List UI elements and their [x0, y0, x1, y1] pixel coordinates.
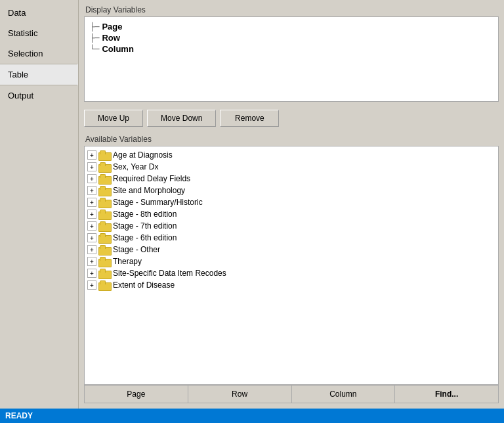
list-item-label: Required Delay Fields [113, 174, 190, 183]
expand-icon[interactable]: + [87, 257, 96, 266]
list-item[interactable]: +Stage - 8th edition [85, 208, 498, 220]
display-variables-label: Display Variables [84, 5, 499, 14]
remove-button[interactable]: Remove [220, 110, 279, 127]
display-variables-section: Display Variables ├─ Page ├─ Row └─ Colu… [84, 5, 499, 102]
list-item-label: Stage - 6th edition [113, 233, 177, 242]
find-button[interactable]: Find... [395, 386, 498, 403]
list-item[interactable]: +Stage - 6th edition [85, 232, 498, 244]
move-down-button[interactable]: Move Down [147, 110, 216, 127]
sidebar-item-output[interactable]: Output [0, 85, 78, 106]
expand-icon[interactable]: + [87, 150, 96, 160]
folder-icon [98, 198, 110, 207]
list-item-label: Stage - Summary/Historic [113, 198, 203, 207]
folder-icon [98, 174, 110, 183]
folder-icon [98, 150, 110, 160]
move-buttons-row: Move Up Move Down Remove [84, 107, 499, 129]
list-item-label: Extent of Disease [113, 280, 175, 290]
sidebar-item-table[interactable]: Table [0, 64, 78, 85]
expand-icon[interactable]: + [87, 198, 96, 207]
expand-icon[interactable]: + [87, 186, 96, 195]
column-button[interactable]: Column [292, 386, 396, 403]
row-button[interactable]: Row [188, 386, 292, 403]
list-item-label: Therapy [113, 257, 142, 266]
expand-icon[interactable]: + [87, 174, 96, 183]
list-item-label: Stage - 7th edition [113, 221, 177, 231]
bottom-buttons-row: Page Row Column Find... [84, 385, 499, 403]
list-item[interactable]: +Extent of Disease [85, 279, 498, 291]
display-var-column[interactable]: └─ Column [90, 43, 493, 55]
display-var-row[interactable]: ├─ Row [90, 32, 493, 43]
expand-icon[interactable]: + [87, 245, 96, 254]
list-item-label: Site and Morphology [113, 186, 185, 195]
list-item-label: Age at Diagnosis [113, 150, 173, 160]
folder-icon [98, 233, 110, 242]
folder-icon [98, 221, 110, 231]
list-item[interactable]: +Required Delay Fields [85, 173, 498, 185]
list-item-label: Site-Specific Data Item Recodes [113, 269, 226, 278]
list-item[interactable]: +Sex, Year Dx [85, 161, 498, 173]
list-item[interactable]: +Therapy [85, 256, 498, 267]
folder-icon [98, 245, 110, 254]
list-item-label: Sex, Year Dx [113, 162, 158, 171]
folder-icon [98, 280, 110, 290]
list-item[interactable]: +Stage - Summary/Historic [85, 196, 498, 208]
expand-icon[interactable]: + [87, 280, 96, 290]
sidebar-item-statistic[interactable]: Statistic [0, 23, 78, 43]
list-item[interactable]: +Age at Diagnosis [85, 149, 498, 161]
available-variables-label: Available Variables [84, 135, 499, 144]
list-item[interactable]: +Site and Morphology [85, 185, 498, 196]
expand-icon[interactable]: + [87, 233, 96, 242]
expand-icon[interactable]: + [87, 221, 96, 231]
move-up-button[interactable]: Move Up [84, 110, 143, 127]
list-item[interactable]: +Site-Specific Data Item Recodes [85, 267, 498, 279]
sidebar: DataStatisticSelectionTableOutput [0, 0, 79, 409]
available-variables-section: Available Variables +Age at Diagnosis+Se… [84, 135, 499, 403]
list-item[interactable]: +Stage - Other [85, 244, 498, 256]
status-text: READY [5, 411, 33, 420]
folder-icon [98, 257, 110, 266]
page-button[interactable]: Page [85, 386, 188, 403]
sidebar-item-selection[interactable]: Selection [0, 43, 78, 64]
available-variables-box[interactable]: +Age at Diagnosis+Sex, Year Dx+Required … [84, 146, 499, 385]
list-item-label: Stage - Other [113, 245, 160, 254]
list-item-label: Stage - 8th edition [113, 210, 177, 219]
main-container: DataStatisticSelectionTableOutput Displa… [0, 0, 504, 409]
expand-icon[interactable]: + [87, 210, 96, 219]
status-bar: READY [0, 409, 504, 423]
list-item[interactable]: +Stage - 7th edition [85, 220, 498, 232]
folder-icon [98, 269, 110, 278]
display-variables-box: ├─ Page ├─ Row └─ Column [84, 16, 499, 102]
folder-icon [98, 186, 110, 195]
display-var-page[interactable]: ├─ Page [90, 21, 493, 32]
folder-icon [98, 162, 110, 171]
expand-icon[interactable]: + [87, 269, 96, 278]
sidebar-item-data[interactable]: Data [0, 3, 78, 23]
expand-icon[interactable]: + [87, 162, 96, 171]
folder-icon [98, 210, 110, 219]
content-area: Display Variables ├─ Page ├─ Row └─ Colu… [79, 0, 504, 409]
